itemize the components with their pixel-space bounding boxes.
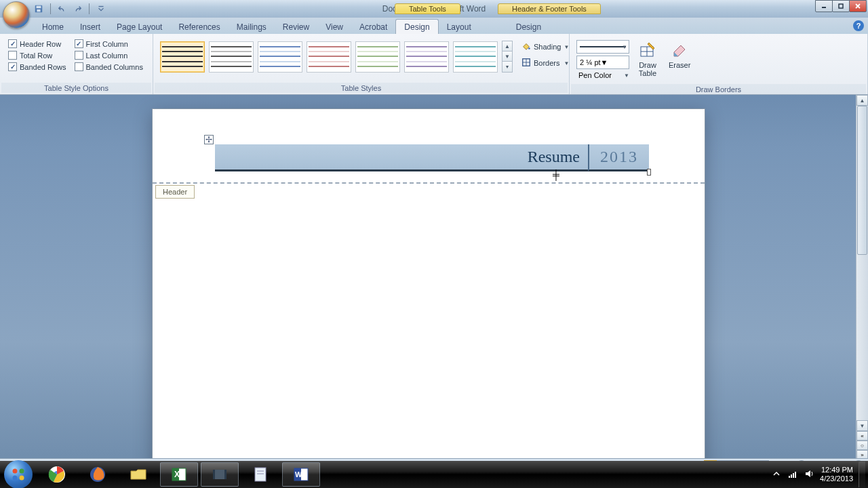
checkbox-icon xyxy=(75,51,83,60)
table-style-4[interactable] xyxy=(307,41,351,73)
table-style-3[interactable] xyxy=(258,41,302,73)
tab-mailings[interactable]: Mailings xyxy=(229,20,275,34)
tray-time: 12:49 PM xyxy=(821,466,853,474)
tab-review[interactable]: Review xyxy=(275,20,317,34)
tab-acrobat[interactable]: Acrobat xyxy=(351,20,395,34)
clock[interactable]: 12:49 PM 4/23/2013 xyxy=(820,466,853,483)
dropdown-arrow-icon: ▼ xyxy=(564,44,569,50)
pen-color-button[interactable]: Pen Color ▼ xyxy=(576,71,629,79)
customize-qat-icon[interactable] xyxy=(95,3,107,15)
svg-rect-5 xyxy=(839,4,843,8)
table-style-5[interactable] xyxy=(355,41,400,73)
checkbox-total-row[interactable]: Total Row xyxy=(8,51,66,60)
checkbox-first-column[interactable]: First Column xyxy=(75,39,143,48)
svg-point-6 xyxy=(528,47,530,49)
table-style-7[interactable] xyxy=(453,41,498,73)
shading-button[interactable]: Shading ▼ xyxy=(518,39,572,54)
office-button[interactable] xyxy=(3,1,30,28)
draw-table-button[interactable]: Draw Table xyxy=(632,38,663,79)
group-draw-borders: ▼ 2 ¼ pt▼ Pen Color ▼ Draw Table Eraser … xyxy=(570,34,868,94)
window-controls xyxy=(816,0,867,12)
start-button[interactable] xyxy=(4,460,33,488)
tab-table-layout[interactable]: Layout xyxy=(439,20,479,34)
tab-home[interactable]: Home xyxy=(34,20,72,34)
checkbox-label: Banded Columns xyxy=(86,63,143,71)
line-style-select[interactable]: ▼ xyxy=(576,40,629,54)
taskbar-excel[interactable]: X xyxy=(160,462,198,487)
taskbar-word[interactable]: W xyxy=(282,462,320,487)
maximize-button[interactable] xyxy=(832,0,850,12)
document-page[interactable]: ✢ Resume 2013 ╪ Header xyxy=(152,108,705,460)
button-label: Pen Color xyxy=(578,71,612,79)
table-style-2[interactable] xyxy=(209,41,254,73)
taskbar-movie-maker[interactable] xyxy=(201,462,239,487)
help-button[interactable]: ? xyxy=(853,20,864,31)
tab-insert[interactable]: Insert xyxy=(72,20,108,34)
close-button[interactable] xyxy=(849,0,867,12)
group-table-style-options: Header Row Total Row Banded Rows First C… xyxy=(0,34,153,94)
save-icon[interactable] xyxy=(33,3,45,15)
table-move-handle[interactable]: ✢ xyxy=(204,135,214,144)
redo-icon[interactable] xyxy=(71,3,83,15)
undo-icon[interactable] xyxy=(56,3,68,15)
checkbox-header-row[interactable]: Header Row xyxy=(8,39,66,48)
checkbox-banded-columns[interactable]: Banded Columns xyxy=(75,62,143,71)
eraser-icon xyxy=(669,39,690,60)
tab-view[interactable]: View xyxy=(317,20,351,34)
ribbon-tabs: Home Insert Page Layout References Maili… xyxy=(0,18,868,34)
context-label: Header & Footer Tools xyxy=(498,3,601,14)
taskbar-chrome[interactable] xyxy=(38,462,76,487)
scroll-down-button[interactable]: ▼ xyxy=(856,420,868,431)
vertical-scrollbar[interactable]: ▲ ▼ « ○ » xyxy=(856,95,868,460)
header-footer-tools-context: Header & Footer Tools xyxy=(498,3,601,14)
browse-nav: ▼ « ○ » xyxy=(856,420,868,460)
tab-header-design[interactable]: Design xyxy=(508,20,549,34)
tab-page-layout[interactable]: Page Layout xyxy=(108,20,170,34)
header-year-cell[interactable]: 2013 xyxy=(588,144,649,171)
checkbox-banded-rows[interactable]: Banded Rows xyxy=(8,62,66,71)
table-style-6[interactable] xyxy=(404,41,449,73)
system-tray: 12:49 PM 4/23/2013 xyxy=(771,462,868,487)
browse-object-button[interactable]: ○ xyxy=(856,441,868,450)
minimize-button[interactable] xyxy=(815,0,833,12)
group-label: Table Styles xyxy=(155,83,568,93)
tray-more-icon[interactable] xyxy=(771,468,782,481)
tab-table-design[interactable]: Design xyxy=(395,19,438,34)
header-table[interactable]: Resume 2013 xyxy=(215,144,649,171)
gallery-scroller: ▲ ▼ ▾ xyxy=(502,41,513,73)
svg-rect-41 xyxy=(793,473,794,478)
svg-rect-40 xyxy=(791,474,792,478)
button-label: Borders xyxy=(534,59,560,67)
svg-rect-39 xyxy=(789,476,790,478)
borders-button[interactable]: Borders ▼ xyxy=(518,56,572,70)
borders-icon xyxy=(521,58,531,68)
gallery-down-button[interactable]: ▼ xyxy=(502,52,512,62)
volume-icon[interactable] xyxy=(804,468,814,481)
gallery-up-button[interactable]: ▲ xyxy=(502,41,512,52)
scroll-thumb[interactable] xyxy=(857,106,867,255)
group-label: Table Style Options xyxy=(1,83,151,93)
line-weight-select[interactable]: 2 ¼ pt▼ xyxy=(576,56,629,69)
table-style-1[interactable] xyxy=(160,41,205,73)
prev-page-button[interactable]: « xyxy=(856,431,868,441)
table-resize-handle[interactable] xyxy=(647,169,651,176)
header-title-cell[interactable]: Resume xyxy=(215,144,588,171)
taskbar: X W 12:49 PM 4/23/2013 xyxy=(0,461,868,488)
taskbar-explorer[interactable] xyxy=(119,462,157,487)
svg-rect-32 xyxy=(224,470,226,479)
header-area-tag: Header xyxy=(155,185,195,199)
button-label: Eraser xyxy=(669,61,690,69)
checkbox-last-column[interactable]: Last Column xyxy=(75,51,143,60)
show-desktop-button[interactable] xyxy=(859,462,865,487)
gallery-more-button[interactable]: ▾ xyxy=(502,62,512,72)
tab-references[interactable]: References xyxy=(170,20,228,34)
shading-borders-buttons: Shading ▼ Borders ▼ xyxy=(515,38,575,72)
eraser-button[interactable]: Eraser xyxy=(663,38,696,70)
svg-rect-2 xyxy=(37,9,40,12)
network-icon[interactable] xyxy=(787,468,798,481)
scroll-up-button[interactable]: ▲ xyxy=(856,95,868,106)
bucket-icon xyxy=(521,41,531,52)
dropdown-arrow-icon: ▼ xyxy=(601,58,608,66)
taskbar-notepad[interactable] xyxy=(241,462,279,487)
taskbar-firefox[interactable] xyxy=(79,462,117,487)
